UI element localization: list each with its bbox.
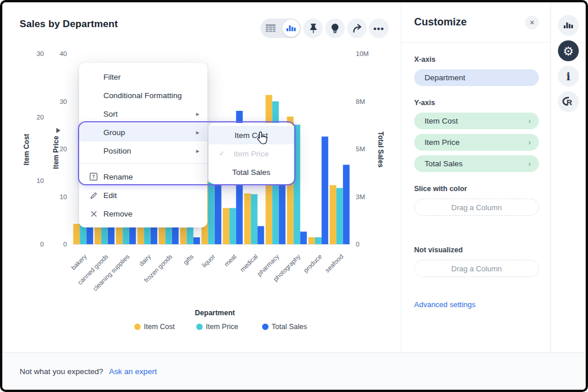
axis-tick-label: 20	[36, 114, 44, 121]
svg-text:T: T	[92, 174, 95, 180]
customize-header: Customize ×	[401, 2, 550, 43]
settings-button[interactable]: ⚙	[558, 40, 579, 61]
menu-item-rename[interactable]: T Rename	[79, 167, 207, 186]
bar	[322, 137, 329, 244]
r-logo-icon: R	[562, 96, 575, 107]
app-window: Sales by Department	[0, 0, 588, 392]
y-axis-pill-item-cost[interactable]: Item Cost›	[414, 113, 539, 129]
chart-type-button[interactable]	[558, 15, 579, 36]
bar	[336, 188, 343, 244]
menu-item-conditional-formatting[interactable]: Conditional Formatting	[79, 86, 207, 104]
axis-tick-label: 40	[59, 50, 67, 57]
bar	[293, 125, 300, 244]
x-tick-label: bakery	[70, 253, 88, 271]
remove-icon	[89, 211, 98, 217]
y-axis-label: Y-axis	[414, 99, 539, 107]
bar	[308, 237, 315, 244]
svg-text:R: R	[567, 98, 572, 107]
bottom-bar-text: Not what you expected?	[20, 367, 103, 376]
axis-tick-label: 8M	[356, 98, 365, 105]
legend-label: Total Sales	[271, 323, 307, 331]
not-visualized-dropzone[interactable]: Drag a Column	[414, 260, 539, 277]
y-axis-title-total-sales: Total Sales	[377, 132, 385, 168]
x-tick-label: dairy	[137, 253, 152, 268]
menu-item-sort[interactable]: Sort▸	[79, 104, 207, 123]
bar	[223, 208, 230, 244]
main-row: Sales by Department	[2, 2, 586, 352]
legend-swatch	[196, 324, 203, 330]
menu-item-filter[interactable]: Filter	[79, 68, 207, 86]
legend-swatch	[135, 324, 141, 330]
bar	[122, 225, 129, 244]
x-axis-label: X-axis	[414, 55, 539, 64]
x-axis-title: Department	[195, 309, 235, 317]
bar	[187, 227, 193, 244]
x-tick-label: gifts	[182, 253, 195, 266]
bar	[315, 237, 322, 244]
bar	[73, 224, 80, 244]
rename-icon: T	[89, 173, 98, 181]
slice-with-color-label: Slice with color	[414, 185, 539, 193]
legend-label: Item Cost	[144, 323, 175, 331]
axis-tick-label: 0	[40, 241, 44, 248]
bar-chart-icon	[564, 21, 573, 29]
x-tick-label: produce	[302, 253, 323, 274]
x-tick-label: meat	[223, 253, 238, 268]
not-visualized-label: Not visualized	[414, 246, 539, 254]
x-tick-label: medical	[239, 253, 259, 273]
x-tick-label: cleaning supplies	[91, 253, 131, 293]
legend-label: Item Price	[206, 323, 238, 331]
bar	[330, 185, 337, 244]
y-axis-pill-total-sales[interactable]: Total Sales›	[414, 155, 539, 172]
right-rail: ⚙ i R	[551, 2, 586, 352]
x-axis-pill-department[interactable]: Department	[414, 69, 539, 86]
axis-tick-label: 0	[356, 241, 359, 248]
axis-tick-label: 30	[59, 98, 67, 105]
chevron-right-icon: ›	[529, 159, 531, 168]
bar	[165, 225, 172, 244]
submenu-item-item-cost[interactable]: Item Cost	[209, 126, 294, 144]
info-icon: i	[567, 70, 571, 83]
check-icon: ✓	[219, 150, 225, 158]
submenu-item-total-sales[interactable]: Total Sales	[209, 163, 294, 181]
customize-title: Customize	[414, 16, 467, 28]
menu-separator	[79, 163, 207, 164]
menu-item-group[interactable]: Group▸	[79, 123, 207, 141]
slice-dropzone[interactable]: Drag a Column	[414, 199, 539, 216]
x-tick-label: seafood	[323, 253, 344, 274]
context-menu: Filter Conditional Formatting Sort▸ Grou…	[79, 63, 207, 227]
legend-swatch	[262, 324, 269, 330]
bar	[129, 225, 136, 244]
submenu-item-item-price[interactable]: ✓ Item Price	[209, 144, 294, 163]
bottom-bar: Not what you expected? Ask an expert	[2, 352, 586, 390]
bar	[258, 226, 265, 244]
chevron-right-icon: ›	[529, 138, 531, 147]
bar	[229, 208, 236, 244]
close-icon[interactable]: ×	[525, 16, 539, 29]
y-axis-pill-item-price[interactable]: Item Price›	[414, 134, 539, 151]
group-submenu: Item Cost ✓ Item Price Total Sales	[209, 123, 294, 184]
edit-icon	[89, 192, 98, 199]
axis-tick-label: 0	[64, 241, 67, 248]
bar	[180, 227, 187, 244]
menu-item-remove[interactable]: Remove	[79, 204, 207, 223]
ask-an-expert-link[interactable]: Ask an expert	[109, 367, 157, 376]
y-axis-title-item-cost: Item Cost	[23, 134, 31, 166]
bar	[193, 237, 200, 244]
menu-item-position[interactable]: Position▸	[79, 141, 207, 160]
gear-icon: ⚙	[563, 45, 574, 57]
bar	[244, 193, 251, 244]
axis-tick-label: 10M	[356, 50, 369, 57]
axis-tick-label: 10	[59, 193, 67, 200]
customize-body: X-axis Department Y-axis Item Cost› Item…	[401, 43, 550, 309]
info-button[interactable]: i	[558, 66, 579, 87]
bar	[101, 226, 108, 244]
axis-tick-label: 5M	[356, 145, 365, 152]
r-analytics-button[interactable]: R	[558, 91, 579, 112]
bar	[300, 232, 307, 244]
axis-tick-label: 3M	[356, 193, 365, 200]
bar	[251, 194, 258, 244]
advanced-settings-link[interactable]: Advanced settings	[414, 300, 539, 309]
menu-item-edit[interactable]: Edit	[79, 186, 207, 204]
bar	[215, 181, 222, 244]
